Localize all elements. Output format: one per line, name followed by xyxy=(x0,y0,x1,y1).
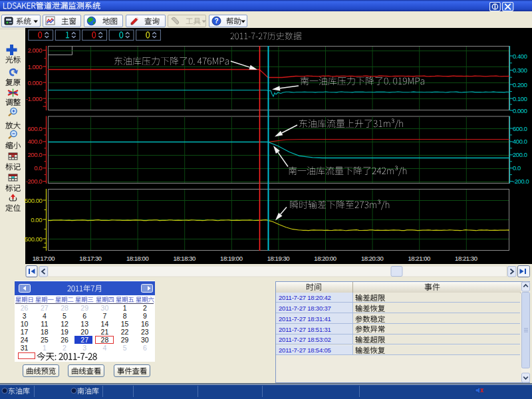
svg-text:?: ? xyxy=(214,17,218,25)
